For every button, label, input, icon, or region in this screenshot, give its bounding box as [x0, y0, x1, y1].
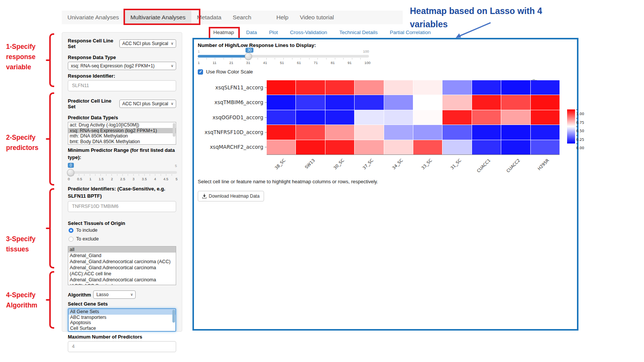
heatmap-cell[interactable]	[267, 125, 295, 139]
heatmap-cell[interactable]	[531, 110, 560, 125]
heatmap-cell[interactable]	[267, 95, 295, 109]
list-option-all[interactable]: all	[68, 247, 176, 253]
slider-handle[interactable]	[67, 169, 74, 176]
list-option-apoptosis[interactable]: Apoptosis	[69, 320, 175, 326]
tab-heatmap[interactable]: Heatmap	[213, 30, 234, 35]
response-cell-line-set-select[interactable]: ACC NCI plus Surgical∨	[119, 39, 176, 48]
heatmap-col-label-sw13[interactable]: SW13	[304, 158, 316, 170]
heatmap-cell[interactable]	[384, 110, 413, 125]
list-option-cell-surface[interactable]: Cell Surface	[69, 326, 175, 331]
row-color-scale-control[interactable]: Use Row Color Scale	[198, 69, 253, 75]
heatmap-cell[interactable]	[501, 80, 530, 95]
list-option-abc-transporters[interactable]: ABC transporters	[69, 315, 175, 320]
heatmap-cell[interactable]	[355, 80, 383, 95]
heatmap-cell[interactable]	[531, 140, 560, 154]
heatmap-cell[interactable]	[501, 110, 530, 125]
heatmap-row-label-xsqtnfrsf10d-accorg[interactable]: xsqTNFRSF10D_accorg	[205, 129, 267, 135]
heatmap-cell[interactable]	[472, 110, 501, 125]
download-heatmap-data-button[interactable]: Download Heatmap Data	[198, 191, 264, 201]
heatmap-cell[interactable]	[531, 95, 560, 109]
heatmap-cell[interactable]	[296, 140, 325, 154]
heatmap-col-label-31-sc[interactable]: 31_SC	[450, 158, 462, 170]
max-predictors-input[interactable]: 4	[68, 341, 176, 352]
heatmap-cell[interactable]	[355, 110, 383, 125]
heatmap-cell[interactable]	[384, 140, 413, 154]
heatmap-col-label-30-sc[interactable]: 30_SC	[333, 158, 345, 170]
heatmap-cell[interactable]	[442, 95, 471, 109]
heatmap-cell[interactable]	[413, 125, 442, 139]
slider-track[interactable]	[68, 171, 177, 174]
heatmap-cell[interactable]	[384, 125, 413, 139]
heatmap-cell[interactable]	[267, 110, 295, 125]
algorithm-select[interactable]: Lasso∨	[93, 290, 136, 299]
heatmap-cell[interactable]	[531, 80, 560, 95]
nav-item-univariate-analyses[interactable]: Univariate Analyses	[62, 11, 125, 24]
heatmap-col-label-cuacc2[interactable]: CUACC2	[505, 158, 521, 173]
tab-cross-validation[interactable]: Cross-Validation	[290, 30, 327, 35]
heatmap-cell[interactable]	[325, 95, 354, 109]
list-option-adrenal-gland-adrenocortical-carcinoma-acc[interactable]: Adrenal_Gland:Adrenocortical carcinoma (…	[68, 259, 176, 265]
heatmap-col-label-cuacc1[interactable]: CUACC1	[476, 158, 492, 173]
heatmap-cell[interactable]	[355, 140, 383, 154]
nav-item-search[interactable]: Search	[227, 11, 257, 24]
heatmap-cell[interactable]	[267, 80, 295, 95]
heatmap-cell[interactable]	[413, 95, 442, 109]
heatmap-cell[interactable]	[413, 80, 442, 95]
heatmap-cell[interactable]	[296, 80, 325, 95]
heatmap-cell[interactable]	[355, 95, 383, 109]
heatmap-cell[interactable]	[472, 80, 501, 95]
scrollbar[interactable]	[172, 310, 175, 323]
heatmap-cell[interactable]	[501, 140, 530, 154]
tab-technical-details[interactable]: Technical Details	[339, 30, 378, 35]
checkbox-icon[interactable]	[198, 69, 203, 75]
tab-partial-correlation[interactable]: Partial Correlation	[390, 30, 431, 35]
heatmap-cell[interactable]	[325, 125, 354, 139]
predictor-data-types-list[interactable]: act: Drug Activity (-log10[IC50M])xsq: R…	[68, 122, 176, 145]
heatmap-row-label-xsqmarchf2-accorg[interactable]: xsqMARCHF2_accorg	[210, 144, 267, 150]
nav-item-video-tutorial[interactable]: Video tutorial	[294, 11, 339, 24]
heatmap-cell[interactable]	[355, 125, 383, 139]
heatmap-cell[interactable]	[296, 110, 325, 125]
gene-sets-list[interactable]: All Gene SetsABC transportersApoptosisCe…	[68, 308, 176, 332]
list-option-act-drug-activity-log10-ic50m[interactable]: act: Drug Activity (-log10[IC50M])	[68, 122, 176, 128]
heatmap-cell[interactable]	[384, 80, 413, 95]
heatmap-row-label-xsqslfn11-accorg[interactable]: xsqSLFN11_accorg	[215, 84, 267, 90]
heatmap-row-label-xsqogfod1-accorg[interactable]: xsqOGFOD1_accorg	[213, 114, 267, 120]
response-data-type-select[interactable]: xsq: RNA-seq Expression (log2 FPKM+1)∨	[68, 62, 176, 70]
heatmap-col-label-34-sc[interactable]: 34_SC	[391, 158, 404, 170]
heatmap-cell[interactable]	[501, 125, 530, 139]
tissues-list[interactable]: allAdrenal_GlandAdrenal_Gland:Adrenocort…	[68, 246, 176, 285]
heatmap-col-label-h295r[interactable]: H295R	[537, 158, 550, 171]
heatmap-cell[interactable]	[472, 125, 501, 139]
tab-data[interactable]: Data	[246, 30, 257, 35]
heatmap-cell[interactable]	[325, 110, 354, 125]
predictor-cell-line-set-select[interactable]: ACC NCI plus Surgical∨	[119, 100, 176, 108]
heatmap-cell[interactable]	[472, 95, 501, 109]
list-option-all-gene-sets[interactable]: All Gene Sets	[69, 309, 175, 315]
nav-item-metadata[interactable]: Metadata	[191, 11, 227, 24]
heatmap-col-label-38-sc[interactable]: 38_SC	[274, 158, 286, 170]
heatmap-col-label-33-sc[interactable]: 33_SC	[420, 158, 433, 170]
heatmap-cell[interactable]	[472, 140, 501, 154]
predictor-identifiers-input[interactable]: TNFRSF10D TMBIM6	[68, 201, 176, 212]
heatmap-cell[interactable]	[442, 140, 471, 154]
heatmap-cell[interactable]	[384, 95, 413, 109]
list-option-xsq-rna-seq-expression-log2-fpkm-1[interactable]: xsq: RNA-seq Expression (log2 FPKM+1)	[68, 128, 176, 134]
tissue-include-radio[interactable]: To include	[69, 228, 176, 233]
list-option-adrenal-gland-adrenocortical-carcinoma-acc-acc-cell-line[interactable]: Adrenal_Gland:Adrenocortical carcinoma (…	[68, 265, 176, 277]
list-option-adrenal-gland-adrenocortical-carcinoma-acc-acc-surgical[interactable]: Adrenal_Gland:Adrenocortical carcinoma (…	[68, 277, 176, 285]
heatmap-col-label-37-sc[interactable]: 37_SC	[362, 158, 374, 170]
scrollbar[interactable]	[173, 123, 175, 137]
heatmap-cell[interactable]	[325, 140, 354, 154]
heatmap-cell[interactable]	[501, 95, 530, 109]
nav-item-multivariate-analyses[interactable]: Multivariate Analyses	[125, 11, 191, 24]
heatmap-cell[interactable]	[296, 125, 325, 139]
heatmap-cell[interactable]	[267, 140, 295, 154]
list-option-adrenal-gland[interactable]: Adrenal_Gland	[68, 253, 176, 259]
heatmap-cell[interactable]	[325, 80, 354, 95]
tissue-exclude-radio[interactable]: To exclude	[69, 236, 176, 242]
list-option-bmt-body-dna-850k-methylation[interactable]: bmt: Body DNA 850K Methylation	[68, 139, 176, 145]
heatmap-cell[interactable]	[442, 80, 471, 95]
response-identifier-input[interactable]: SLFN11	[68, 80, 176, 91]
heatmap-row-label-xsqtmbim6-accorg[interactable]: xsqTMBIM6_accorg	[214, 99, 267, 105]
